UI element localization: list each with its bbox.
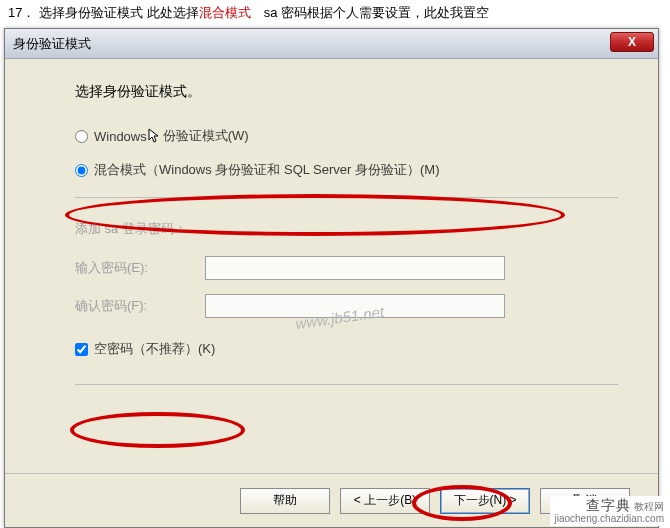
password-input[interactable]: [205, 256, 505, 280]
source-url: jiaocheng.chazidian.com: [554, 513, 664, 524]
password-row: 输入密码(E):: [75, 256, 618, 280]
instruction-caption: 17． 选择身份验证模式 此处选择混合模式 sa 密码根据个人需要设置，此处我置…: [0, 0, 670, 28]
password-label: 输入密码(E):: [75, 259, 205, 277]
next-button[interactable]: 下一步(N) >: [440, 488, 530, 514]
source-sub: 教程网: [634, 501, 664, 512]
help-button[interactable]: 帮助: [240, 488, 330, 514]
source-brand: 查字典: [586, 497, 631, 513]
dialog-title: 身份验证模式: [13, 35, 91, 53]
confirm-password-row: 确认密码(F):: [75, 294, 618, 318]
caption-number: 17．: [8, 5, 35, 20]
radio-mixed-auth[interactable]: 混合模式（Windows 身份验证和 SQL Server 身份验证）(M): [75, 161, 618, 179]
caption-prefix: 选择身份验证模式 此处选择: [39, 5, 199, 20]
dialog-body: 选择身份验证模式。 Windows 份验证模式(W) 混合模式（Windows …: [5, 59, 658, 473]
blank-password-checkbox-row[interactable]: 空密码（不推荐）(K): [75, 340, 618, 358]
body-heading: 选择身份验证模式。: [75, 83, 618, 101]
radio-windows-input[interactable]: [75, 130, 88, 143]
blank-password-checkbox[interactable]: [75, 343, 88, 356]
divider: [75, 197, 618, 198]
back-button[interactable]: < 上一步(B): [340, 488, 430, 514]
source-watermark: 查字典 教程网 jiaocheng.chazidian.com: [550, 496, 668, 526]
radio-windows-label-post: 份验证模式(W): [163, 127, 249, 145]
radio-windows-label-pre: Windows: [94, 129, 147, 144]
titlebar: 身份验证模式 X: [5, 29, 658, 59]
caption-highlight: 混合模式: [199, 5, 251, 20]
auth-mode-dialog: 身份验证模式 X 选择身份验证模式。 Windows 份验证模式(W) 混合模式…: [4, 28, 659, 528]
cursor-icon: [148, 128, 162, 144]
close-icon: X: [628, 35, 636, 49]
radio-mixed-input[interactable]: [75, 164, 88, 177]
radio-windows-auth[interactable]: Windows 份验证模式(W): [75, 127, 618, 145]
close-button[interactable]: X: [610, 32, 654, 52]
blank-password-label: 空密码（不推荐）(K): [94, 340, 215, 358]
divider-bottom: [75, 384, 618, 385]
caption-suffix: sa 密码根据个人需要设置，此处我置空: [251, 5, 489, 20]
confirm-password-label: 确认密码(F):: [75, 297, 205, 315]
confirm-password-input[interactable]: [205, 294, 505, 318]
radio-mixed-label: 混合模式（Windows 身份验证和 SQL Server 身份验证）(M): [94, 161, 440, 179]
sa-password-section-label: 添加 sa 登录密码：: [75, 220, 618, 238]
